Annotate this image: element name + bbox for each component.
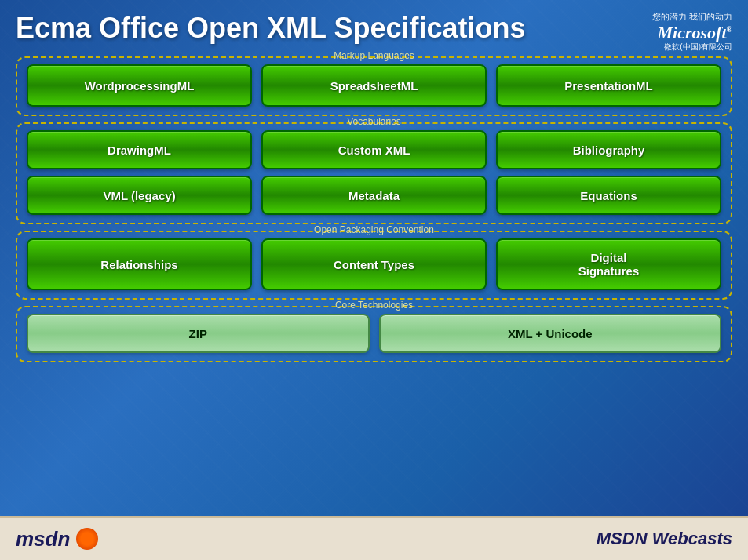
metadata-button[interactable]: Metadata [261, 176, 487, 215]
vocab-grid: DrawingML Custom XML Bibliography VML (l… [27, 130, 721, 215]
main-content: Ecma Office Open XML Specifications 您的潜力… [0, 0, 748, 560]
core-row: ZIP XML + Unicode [27, 314, 721, 353]
equations-button[interactable]: Equations [496, 176, 721, 215]
content-types-button[interactable]: Content Types [261, 238, 487, 290]
microsoft-logo: Microsoft® [658, 24, 732, 42]
xml-unicode-button[interactable]: XML + Unicode [379, 314, 722, 353]
ms-subtitle: 微软(中国)有限公司 [664, 42, 732, 53]
msdn-logo: msdn [16, 527, 98, 551]
header: Ecma Office Open XML Specifications 您的潜力… [0, 0, 748, 56]
vml-button[interactable]: VML (legacy) [27, 176, 252, 215]
msdn-dot [76, 528, 98, 550]
packaging-section: Open Packaging Convention Relationships … [16, 231, 732, 300]
markup-row: WordprocessingML SpreadsheetML Presentat… [27, 64, 721, 107]
relationships-button[interactable]: Relationships [27, 238, 252, 290]
markup-label: Markup Languages [329, 50, 419, 61]
page-title: Ecma Office Open XML Specifications [16, 8, 575, 44]
digital-signatures-button[interactable]: Digital Signatures [496, 238, 721, 290]
vocab-row-1: DrawingML Custom XML Bibliography [27, 130, 721, 169]
diagram: Markup Languages WordprocessingML Spread… [0, 56, 748, 516]
msdn-text: msdn [16, 527, 70, 551]
bibliography-button[interactable]: Bibliography [496, 130, 721, 169]
spreadsheetml-button[interactable]: SpreadsheetML [261, 64, 487, 107]
footer: msdn MSDN Webcasts [0, 516, 748, 560]
core-section: Core Technologies ZIP XML + Unicode [16, 306, 732, 362]
webcasts-label: MSDN Webcasts [597, 529, 732, 549]
drawingml-button[interactable]: DrawingML [27, 130, 252, 169]
vocab-section: Vocabularies DrawingML Custom XML Biblio… [16, 122, 732, 224]
vocab-row-2: VML (legacy) Metadata Equations [27, 176, 721, 215]
packaging-label: Open Packaging Convention [309, 224, 439, 235]
core-label: Core Technologies [330, 300, 418, 311]
vocab-label: Vocabularies [342, 116, 406, 127]
zip-button[interactable]: ZIP [27, 314, 370, 353]
tagline: 您的潜力,我们的动力 [652, 11, 732, 23]
logo-area: 您的潜力,我们的动力 Microsoft® 微软(中国)有限公司 [575, 8, 732, 53]
markup-section: Markup Languages WordprocessingML Spread… [16, 56, 732, 116]
wordprocessingml-button[interactable]: WordprocessingML [27, 64, 252, 107]
packaging-row: Relationships Content Types Digital Sign… [27, 238, 721, 290]
custom-xml-button[interactable]: Custom XML [261, 130, 487, 169]
presentationml-button[interactable]: PresentationML [496, 64, 721, 107]
